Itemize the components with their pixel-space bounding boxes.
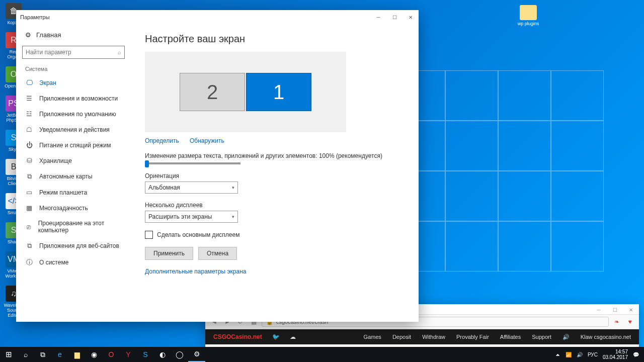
skype-icon[interactable]: S <box>137 347 154 362</box>
yandex-icon[interactable]: Y <box>120 347 137 362</box>
tray-expand-icon[interactable]: ⏶ <box>555 352 560 357</box>
search-field[interactable] <box>26 49 118 56</box>
window-title: Параметры <box>20 14 50 20</box>
maximize-button[interactable]: ☐ <box>607 304 623 315</box>
project-icon: ⎚ <box>25 223 32 231</box>
multidisplay-select[interactable]: Расширить эти экраны▾ <box>145 211 238 223</box>
search-input[interactable]: ⌕ <box>22 46 125 59</box>
minimize-button[interactable]: ─ <box>370 10 386 24</box>
link-icon: ⧉ <box>25 242 33 250</box>
drive-icon: ⛁ <box>25 157 33 164</box>
display-arrangement[interactable]: 2 1 <box>145 52 346 132</box>
info-icon: ⓘ <box>25 258 33 267</box>
volume-icon[interactable]: 🔊 <box>562 334 570 340</box>
search-button[interactable]: ⌕ <box>17 347 34 362</box>
nav-link[interactable]: Provably Fair <box>456 334 489 340</box>
opera-icon[interactable]: O <box>103 347 120 362</box>
map-icon: ⧉ <box>25 172 33 180</box>
primary-display-checkbox[interactable]: Сделать основным дисплеем <box>145 231 405 239</box>
website-header: CSGOCasino.net 🐦 ☁ Games Deposit Withdra… <box>205 329 639 344</box>
nav-link[interactable]: Deposit <box>392 334 411 340</box>
cancel-button[interactable]: Отмена <box>198 247 237 260</box>
desktop-wallpaper-pattern <box>392 70 604 272</box>
close-button[interactable]: ✕ <box>403 10 419 24</box>
monitor-1[interactable]: 1 <box>246 73 311 111</box>
desktop-folder-wp-plugins[interactable]: wp plugins <box>513 5 543 26</box>
chevron-down-icon: ▾ <box>232 185 234 190</box>
section-heading: Система <box>18 64 129 75</box>
close-button[interactable]: ✕ <box>623 304 639 315</box>
app-icon[interactable]: ◐ <box>154 347 171 362</box>
start-button[interactable]: ⊞ <box>0 347 17 362</box>
sidebar-item-maps[interactable]: ⧉Автономные карты <box>18 168 129 185</box>
nav-link[interactable]: Games <box>363 334 381 340</box>
scale-label: Изменение размера текста, приложений и д… <box>145 152 405 159</box>
action-center-icon[interactable]: 💬 <box>633 352 639 357</box>
steam-icon[interactable]: ☁ <box>290 333 296 340</box>
settings-content: Настройте ваш экран 2 1 Определить Обнар… <box>131 24 419 322</box>
settings-window: Параметры ─ ☐ ✕ ⚙ Главная ⌕ Система 🖵Экр… <box>16 10 419 322</box>
list-icon: ☰ <box>25 95 33 102</box>
monitor-2[interactable]: 2 <box>180 73 245 111</box>
apps-icon: ☳ <box>25 110 33 118</box>
checkbox-box[interactable] <box>145 231 153 239</box>
language-indicator[interactable]: РУС <box>588 352 598 357</box>
checkbox-label: Сделать основным дисплеем <box>157 231 239 238</box>
chevron-down-icon: ▾ <box>232 214 234 219</box>
nav-link[interactable]: Support <box>532 334 551 340</box>
explorer-icon[interactable]: ▆ <box>68 347 86 362</box>
bookmark-icon[interactable]: ❧ <box>612 318 622 325</box>
sidebar-item-projection[interactable]: ⎚Проецирование на этот компьютер <box>18 216 129 238</box>
edge-icon[interactable]: e <box>51 347 68 362</box>
multidisplay-label: Несколько дисплеев <box>145 202 405 209</box>
sidebar-item-storage[interactable]: ⛁Хранилище <box>18 153 129 168</box>
clock[interactable]: 14:57 03.04.2017 <box>603 349 628 360</box>
scale-slider[interactable] <box>145 162 240 164</box>
grid-icon: ▦ <box>25 204 33 212</box>
nav-link[interactable]: Affiliates <box>500 334 521 340</box>
title-bar: Параметры ─ ☐ ✕ <box>16 10 419 24</box>
network-icon[interactable]: 📶 <box>566 352 572 357</box>
home-link[interactable]: ⚙ Главная <box>18 28 129 42</box>
maximize-button[interactable]: ☐ <box>386 10 403 24</box>
search-icon: ⌕ <box>118 49 121 55</box>
sidebar-item-about[interactable]: ⓘО системе <box>18 254 129 271</box>
orientation-label: Ориентация <box>145 172 405 179</box>
task-view-button[interactable]: ⧉ <box>34 347 51 362</box>
advanced-display-link[interactable]: Дополнительные параметры экрана <box>145 268 405 275</box>
taskbar: ⊞ ⌕ ⧉ e ▆ ◉ O Y S ◐ ◯ ⚙ ⏶ 📶 🔊 РУС 14:57 … <box>0 347 644 362</box>
sidebar-item-multitask[interactable]: ▦Многозадачность <box>18 200 129 216</box>
heart-icon[interactable]: ♥ <box>625 318 635 325</box>
bell-icon: ☖ <box>25 126 33 133</box>
sidebar-item-notifications[interactable]: ☖Уведомления и действия <box>18 122 129 137</box>
gear-icon: ⚙ <box>25 31 31 39</box>
identify-link[interactable]: Определить <box>145 137 179 144</box>
home-label: Главная <box>36 31 61 39</box>
twitter-icon[interactable]: 🐦 <box>272 333 280 340</box>
site-logo[interactable]: CSGOCasino.net <box>213 333 262 340</box>
sidebar-item-apps[interactable]: ☰Приложения и возможности <box>18 90 129 106</box>
sidebar-item-default-apps[interactable]: ☳Приложения по умолчанию <box>18 106 129 122</box>
page-heading: Настройте ваш экран <box>145 33 405 45</box>
settings-sidebar: ⚙ Главная ⌕ Система 🖵Экран ☰Приложения и… <box>16 24 131 322</box>
minimize-button[interactable]: ─ <box>591 304 607 315</box>
monitor-icon: 🖵 <box>25 79 33 86</box>
settings-taskbar-icon[interactable]: ⚙ <box>188 347 205 362</box>
chrome-icon[interactable]: ◉ <box>86 347 103 362</box>
sidebar-item-power[interactable]: ⏻Питание и спящий режим <box>18 137 129 153</box>
sidebar-item-web-apps[interactable]: ⧉Приложения для веб-сайтов <box>18 238 129 254</box>
slider-thumb[interactable] <box>145 160 149 167</box>
sidebar-item-tablet[interactable]: ▭Режим планшета <box>18 185 129 200</box>
system-tray: ⏶ 📶 🔊 РУС 14:57 03.04.2017 💬 <box>555 349 644 360</box>
power-icon: ⏻ <box>25 141 33 149</box>
tablet-icon: ▭ <box>25 189 33 196</box>
apply-button[interactable]: Применить <box>145 247 193 260</box>
detect-link[interactable]: Обнаружить <box>190 137 224 144</box>
user-menu[interactable]: Klaw csgocasino.net <box>581 334 631 340</box>
orientation-select[interactable]: Альбомная▾ <box>145 182 238 194</box>
sidebar-item-display[interactable]: 🖵Экран <box>18 75 129 90</box>
nav-link[interactable]: Withdraw <box>422 334 445 340</box>
volume-icon[interactable]: 🔊 <box>577 352 583 357</box>
obs-icon[interactable]: ◯ <box>171 347 188 362</box>
